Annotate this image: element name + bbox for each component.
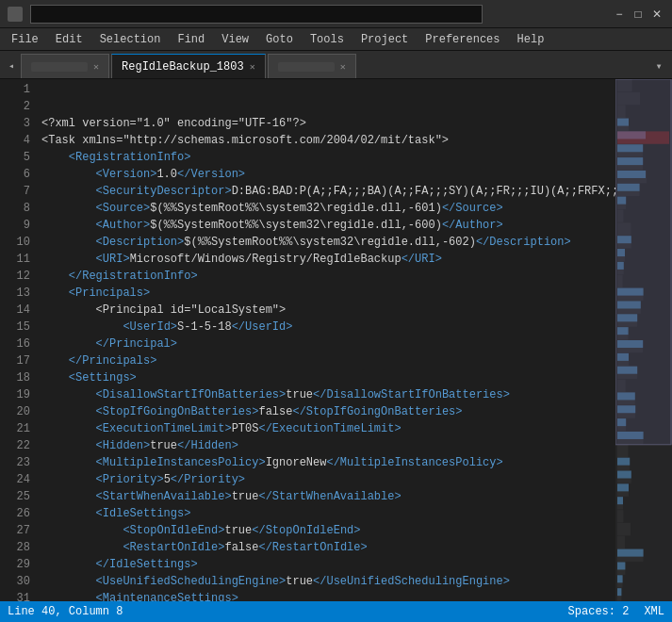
code-line-28: <UseUnifiedSchedulingEngine>true</UseUni…: [41, 573, 608, 590]
line-num-25: 25: [4, 488, 30, 505]
menu-help[interactable]: Help: [510, 29, 552, 50]
code-line-26: <RestartOnIdle>false</RestartOnIdle>: [41, 539, 608, 556]
code-line-7: <Author>$(%%SystemRoot%%\system32\regidl…: [41, 217, 608, 234]
menu-selection[interactable]: Selection: [92, 29, 169, 50]
code-line-15: </Principals>: [41, 352, 608, 369]
app-icon: [8, 7, 23, 22]
tab-nav-left[interactable]: ◂: [4, 54, 19, 78]
code-line-13: <UserId>S-1-5-18</UserId>: [41, 319, 608, 336]
menu-view[interactable]: View: [214, 29, 256, 50]
code-line-4: <Version>1.0</Version>: [41, 166, 608, 183]
line-num-2: 2: [4, 98, 30, 115]
line-num-29: 29: [4, 556, 30, 573]
code-line-11: <Principals>: [41, 285, 608, 302]
code-content[interactable]: <?xml version="1.0" encoding="UTF-16"?><…: [34, 79, 615, 601]
line-num-6: 6: [4, 166, 30, 183]
code-line-18: <StopIfGoingOnBatteries>false</StopIfGoi…: [41, 403, 608, 420]
line-num-8: 8: [4, 200, 30, 217]
title-input[interactable]: [30, 5, 483, 24]
line-num-18: 18: [4, 369, 30, 386]
line-num-5: 5: [4, 149, 30, 166]
menu-project[interactable]: Project: [353, 29, 416, 50]
status-bar: Line 40, Column 8 Spaces: 2 XML: [0, 601, 672, 622]
tab-overflow[interactable]: ▾: [649, 54, 668, 78]
code-line-24: <IdleSettings>: [41, 505, 608, 522]
code-line-22: <Priority>5</Priority>: [41, 471, 608, 488]
tab-unnamed-1[interactable]: ✕: [21, 54, 109, 78]
code-line-21: <MultipleInstancesPolicy>IgnoreNew</Mult…: [41, 454, 608, 471]
line-num-4: 4: [4, 132, 30, 149]
close-button[interactable]: ✕: [649, 7, 664, 22]
line-num-24: 24: [4, 471, 30, 488]
menu-preferences[interactable]: Preferences: [418, 29, 507, 50]
window-controls: − □ ✕: [612, 7, 664, 22]
menu-find[interactable]: Find: [170, 29, 212, 50]
code-line-1: <?xml version="1.0" encoding="UTF-16"?>: [41, 115, 608, 132]
line-num-1: 1: [4, 81, 30, 98]
line-num-3: 3: [4, 115, 30, 132]
editor-area: 1234567891011121314151617181920212223242…: [0, 79, 672, 601]
code-line-6: <Source>$(%%SystemRoot%%\system32\regidl…: [41, 200, 608, 217]
line-num-31: 31: [4, 590, 30, 601]
tab-regidlebackup[interactable]: RegIdleBackup_1803 ✕: [111, 54, 266, 78]
line-num-15: 15: [4, 319, 30, 336]
line-num-26: 26: [4, 505, 30, 522]
tab-label-active: RegIdleBackup_1803: [122, 60, 244, 74]
menu-tools[interactable]: Tools: [303, 29, 352, 50]
code-line-20: <Hidden>true</Hidden>: [41, 437, 608, 454]
code-line-14: </Principal>: [41, 336, 608, 352]
status-position: Line 40, Column 8: [8, 605, 553, 618]
tab-label: [31, 62, 88, 72]
line-num-21: 21: [4, 420, 30, 437]
minimize-button[interactable]: −: [612, 7, 627, 22]
code-line-8: <Description>$(%%SystemRoot%%\system32\r…: [41, 234, 608, 251]
line-numbers: 1234567891011121314151617181920212223242…: [0, 79, 34, 601]
code-line-2: <Task xmlns="http://schemas.microsoft.co…: [41, 132, 608, 149]
line-num-20: 20: [4, 403, 30, 420]
code-line-23: <StartWhenAvailable>true</StartWhenAvail…: [41, 488, 608, 505]
line-num-23: 23: [4, 454, 30, 471]
menu-goto[interactable]: Goto: [258, 29, 301, 50]
line-num-22: 22: [4, 437, 30, 454]
line-num-11: 11: [4, 251, 30, 268]
line-num-7: 7: [4, 183, 30, 200]
code-line-10: </RegistrationInfo>: [41, 268, 608, 285]
title-bar: − □ ✕: [0, 0, 672, 28]
tab-label-2: [278, 62, 335, 72]
code-line-25: <StopOnIdleEnd>true</StopOnIdleEnd>: [41, 522, 608, 539]
code-line-19: <ExecutionTimeLimit>PT0S</ExecutionTimeL…: [41, 420, 608, 437]
line-num-13: 13: [4, 285, 30, 302]
code-line-5: <SecurityDescriptor>D:BAG:BAD:P(A;;FA;;;…: [41, 183, 608, 200]
code-line-17: <DisallowStartIfOnBatteries>true</Disall…: [41, 386, 608, 403]
tab-bar: ◂ ✕ RegIdleBackup_1803 ✕ ✕ ▾: [0, 51, 672, 79]
tab-close-active[interactable]: ✕: [250, 61, 255, 73]
line-num-28: 28: [4, 539, 30, 556]
line-num-19: 19: [4, 386, 30, 403]
menu-edit[interactable]: Edit: [48, 29, 90, 50]
line-num-30: 30: [4, 573, 30, 590]
code-line-29: <MaintenanceSettings>: [41, 590, 608, 601]
line-num-14: 14: [4, 302, 30, 319]
status-right: Spaces: 2 XML: [568, 605, 664, 618]
code-line-27: </IdleSettings>: [41, 556, 608, 573]
line-num-27: 27: [4, 522, 30, 539]
tab-close-2[interactable]: ✕: [340, 61, 346, 73]
status-language: XML: [644, 605, 664, 618]
line-num-10: 10: [4, 234, 30, 251]
line-num-12: 12: [4, 268, 30, 285]
minimap-canvas: [615, 79, 672, 601]
tab-close-1[interactable]: ✕: [93, 61, 99, 73]
line-num-16: 16: [4, 336, 30, 352]
code-line-9: <URI>Microsoft/Windows/Registry/RegIdleB…: [41, 251, 608, 268]
minimap: [615, 79, 672, 601]
status-spaces: Spaces: 2: [568, 605, 630, 618]
tab-unnamed-2[interactable]: ✕: [268, 54, 356, 78]
menu-bar: File Edit Selection Find View Goto Tools…: [0, 28, 672, 51]
line-num-17: 17: [4, 352, 30, 369]
code-line-12: <Principal id="LocalSystem">: [41, 302, 608, 319]
maximize-button[interactable]: □: [631, 7, 646, 22]
code-line-16: <Settings>: [41, 369, 608, 386]
line-num-9: 9: [4, 217, 30, 234]
menu-file[interactable]: File: [4, 29, 46, 50]
code-line-3: <RegistrationInfo>: [41, 149, 608, 166]
